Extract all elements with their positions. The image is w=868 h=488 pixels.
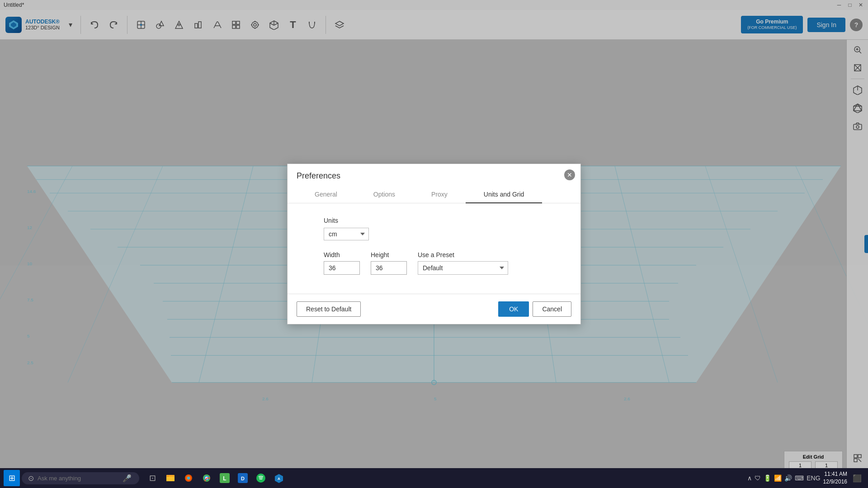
autodesk-app[interactable]: A [270,469,288,487]
taskbar: ⊞ ⊙ 🎤 ⊡ [0,468,868,488]
wifi-icon: 📶 [774,474,782,482]
units-label: Units [324,217,544,224]
reset-button[interactable]: Reset to Default [297,301,361,317]
unknown-app[interactable]: D [234,469,251,487]
preferences-tabs: General Options Proxy Units and Grid [297,186,571,203]
preferences-header: Preferences ✕ General Options Proxy Unit… [288,164,580,203]
system-tray: ∧ 🛡 🔋 📶 🔊 ⌨ ENG 11:41 AM 12/9/2016 ⬛ [747,470,864,486]
search-bar[interactable]: ⊙ 🎤 [22,472,139,484]
preset-select[interactable]: Default Custom [418,261,508,275]
search-icon: ⊙ [28,474,34,483]
taskbar-apps: ⊡ [144,469,288,487]
preferences-body: Units cm mm in ft Width Height Use a Pre… [288,203,580,294]
svg-point-104 [187,477,190,479]
system-clock: 11:41 AM 12/9/2016 [823,470,847,486]
preset-label: Use a Preset [418,251,508,258]
footer-actions: OK Cancel [498,301,571,317]
svg-rect-101 [166,477,175,481]
explorer-app[interactable] [162,469,179,487]
width-label: Width [324,251,360,258]
battery-icon: 🔋 [764,474,771,482]
volume-icon[interactable]: 🔊 [784,474,792,482]
tab-general[interactable]: General [297,186,355,203]
preferences-close-button[interactable]: ✕ [564,169,575,180]
svg-text:D: D [241,476,245,481]
spotify-app[interactable] [252,469,269,487]
svg-text:L: L [223,475,226,482]
height-input[interactable] [371,261,407,275]
tab-proxy[interactable]: Proxy [413,186,466,203]
task-view-button[interactable]: ⊡ [144,469,161,487]
tab-options[interactable]: Options [355,186,413,203]
tab-units-grid[interactable]: Units and Grid [466,186,542,203]
width-input[interactable] [324,261,360,275]
keyboard-icon: ⌨ [795,474,804,482]
search-input[interactable] [38,475,119,482]
svg-point-112 [256,474,265,483]
cancel-button[interactable]: Cancel [533,301,571,317]
shield-icon: 🛡 [755,474,761,482]
preferences-footer: Reset to Default OK Cancel [288,294,580,324]
language-label: ENG [807,474,820,482]
ok-button[interactable]: OK [498,301,529,317]
preferences-title: Preferences [297,171,571,181]
notification-button[interactable]: ⬛ [850,471,864,485]
units-select[interactable]: cm mm in ft [324,228,369,240]
mic-icon: 🎤 [123,474,132,483]
preset-field: Use a Preset Default Custom [418,251,508,275]
svg-text:A: A [278,477,280,481]
preferences-dialog: Preferences ✕ General Options Proxy Unit… [287,164,581,324]
start-button[interactable]: ⊞ [4,470,20,486]
height-label: Height [371,251,407,258]
lynda-app[interactable]: L [216,469,233,487]
grid-settings-row: Width Height Use a Preset Default Custom [324,251,544,275]
height-field: Height [371,251,407,275]
width-field: Width [324,251,360,275]
firefox-app[interactable] [180,469,197,487]
chrome-app[interactable] [198,469,215,487]
tray-expand-icon[interactable]: ∧ [747,474,752,482]
